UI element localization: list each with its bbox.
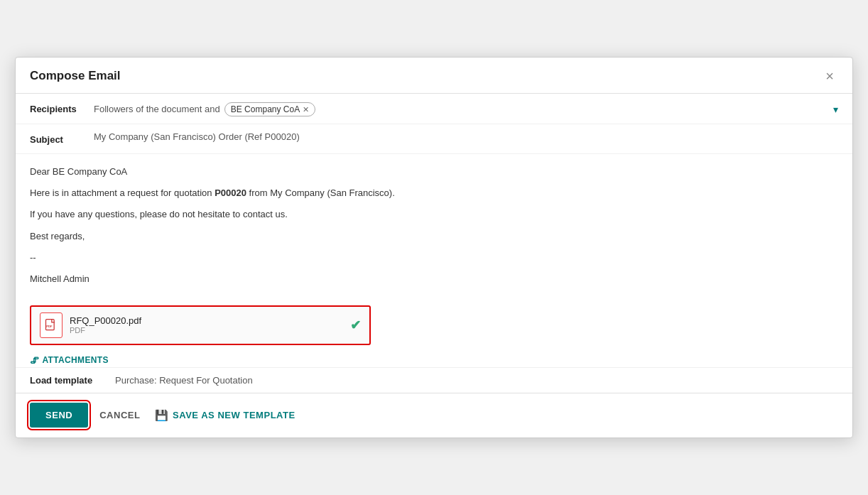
dialog-header: Compose Email × <box>16 58 852 94</box>
dialog-body: Recipients Followers of the document and… <box>16 94 852 393</box>
recipients-container: Followers of the document and BE Company… <box>94 101 833 116</box>
recipient-name: BE Company CoA <box>231 104 300 114</box>
remove-recipient-icon[interactable]: ✕ <box>303 105 309 114</box>
subject-value: My Company (San Francisco) Order (Ref P0… <box>94 131 838 142</box>
recipients-dropdown-arrow[interactable]: ▾ <box>833 101 838 115</box>
body-greeting: Dear BE Company CoA <box>30 164 838 180</box>
subject-row: Subject My Company (San Francisco) Order… <box>16 124 852 154</box>
compose-email-dialog: Compose Email × Recipients Followers of … <box>15 57 853 438</box>
load-template-row: Load template Purchase: Request For Quot… <box>16 367 852 393</box>
subject-label: Subject <box>30 131 94 145</box>
body-regards: Best regards, <box>30 229 838 244</box>
svg-text:PDF: PDF <box>46 325 53 328</box>
email-body: Dear BE Company CoA Here is in attachmen… <box>16 154 852 300</box>
body-questions: If you have any questions, please do not… <box>30 207 838 222</box>
recipient-tag[interactable]: BE Company CoA ✕ <box>224 102 315 116</box>
attachment-section: PDF RFQ_P00020.pdf PDF ✔ <box>16 300 852 351</box>
load-template-label: Load template <box>30 375 115 386</box>
pdf-file-icon: PDF <box>40 312 63 338</box>
load-template-value: Purchase: Request For Quotation <box>115 375 253 386</box>
recipients-label: Recipients <box>30 101 94 114</box>
attachments-link[interactable]: 🖇 ATTACHMENTS <box>16 351 852 367</box>
attachment-info: RFQ_P00020.pdf PDF <box>70 315 343 334</box>
dialog-title: Compose Email <box>30 69 121 83</box>
body-sender: Mitchell Admin <box>30 271 838 287</box>
save-as-new-template-button[interactable]: 💾 SAVE AS NEW TEMPLATE <box>152 402 298 429</box>
body-main: Here is in attachment a request for quot… <box>30 185 838 201</box>
recipients-prefix: Followers of the document and <box>94 101 220 114</box>
attachment-checkmark: ✔ <box>350 317 361 333</box>
floppy-disk-icon: 💾 <box>155 409 169 422</box>
body-bold-ref: P00020 <box>215 187 246 198</box>
paperclip-icon: 🖇 <box>30 355 39 366</box>
cancel-button[interactable]: CANCEL <box>97 403 143 428</box>
attachment-filetype: PDF <box>70 326 343 334</box>
attachment-filename: RFQ_P00020.pdf <box>70 315 343 326</box>
body-separator: -- <box>30 250 838 266</box>
save-template-label: SAVE AS NEW TEMPLATE <box>173 410 295 420</box>
pdf-svg: PDF <box>44 318 58 332</box>
body-post: from My Company (San Francisco). <box>246 187 395 198</box>
body-pre: Here is in attachment a request for quot… <box>30 187 215 198</box>
close-button[interactable]: × <box>821 67 838 85</box>
send-button[interactable]: SEND <box>30 403 88 428</box>
attachments-link-label: ATTACHMENTS <box>42 355 109 365</box>
recipients-row: Recipients Followers of the document and… <box>16 94 852 124</box>
dialog-footer: SEND CANCEL 💾 SAVE AS NEW TEMPLATE <box>16 393 852 437</box>
attachment-box: PDF RFQ_P00020.pdf PDF ✔ <box>30 305 371 345</box>
